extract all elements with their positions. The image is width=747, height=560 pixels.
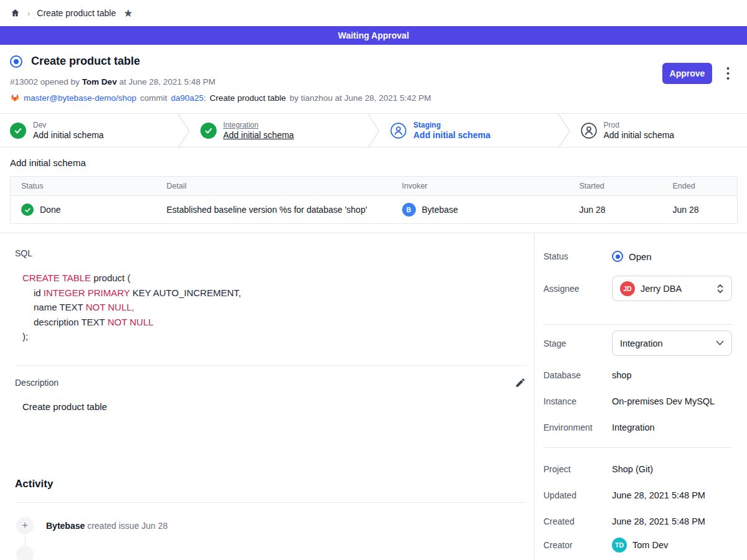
description-text: Create product table <box>22 401 534 412</box>
branch-link[interactable]: master@bytebase-demo/shop <box>24 93 136 103</box>
task-section: Add initial schema Status Detail Invoker… <box>0 147 747 224</box>
commit-hash-link[interactable]: da90a25: <box>171 93 206 103</box>
activity-actor: Bytebase <box>46 521 85 531</box>
task-detail: Established baseline version %s for data… <box>156 196 392 224</box>
activity-timeline-line <box>25 536 26 546</box>
instance-value[interactable]: On-premises Dev MySQL <box>612 396 715 406</box>
open-status-icon <box>612 251 623 262</box>
stage-separator <box>557 114 571 147</box>
issue-opened-at: at June 28, 2021 5:48 PM <box>119 77 215 86</box>
environment-label: Environment <box>543 422 612 432</box>
col-detail: Detail <box>156 177 392 196</box>
assignee-avatar: JD <box>620 281 635 296</box>
environment-value: Integration <box>612 422 655 432</box>
sql-label: SQL <box>15 248 534 258</box>
col-ended: Ended <box>662 177 738 196</box>
creator-avatar: TD <box>612 538 627 553</box>
stage-select[interactable]: Integration <box>612 330 732 356</box>
database-label: Database <box>543 370 612 380</box>
stage-task-label: Add initial schema <box>223 130 294 140</box>
issue-sidebar: Status Open Assignee JD Jerry DBA Stage … <box>534 233 747 560</box>
issue-meta-prefix: #13002 opened by <box>10 77 80 86</box>
issue-author: Tom Dev <box>82 77 117 86</box>
commit-meta: by tianzhou at June 28, 2021 5:42 PM <box>289 93 431 103</box>
stage-env-label: Integration <box>223 121 294 129</box>
stage-label: Stage <box>543 338 612 348</box>
approve-button[interactable]: Approve <box>662 63 712 84</box>
issue-meta: #13002 opened by Tom Dev at June 28, 202… <box>10 77 737 86</box>
breadcrumb-current[interactable]: Create product table <box>37 8 116 18</box>
status-label: Status <box>543 251 612 261</box>
stage-separator <box>177 114 190 147</box>
database-value[interactable]: shop <box>612 370 631 380</box>
activity-action: created issue Jun 28 <box>87 521 167 531</box>
updated-label: Updated <box>543 490 612 500</box>
pipeline-stages: Dev Add initial schema Integration Add i… <box>0 113 747 147</box>
col-started: Started <box>569 177 662 196</box>
stage-separator <box>367 114 380 147</box>
task-ended: Jun 28 <box>662 196 738 224</box>
stage-task-label: Add initial schema <box>604 130 675 140</box>
assignee-label: Assignee <box>543 284 612 294</box>
stage-staging[interactable]: Staging Add initial schema <box>380 114 557 147</box>
description-label: Description <box>15 378 59 388</box>
stage-env-label: Staging <box>413 121 491 129</box>
breadcrumb: › Create product table ★ <box>0 0 747 26</box>
col-invoker: Invoker <box>392 177 569 196</box>
project-label: Project <box>543 464 612 474</box>
person-icon <box>581 123 597 139</box>
sql-line: id INTEGER PRIMARY KEY AUTO_INCREMENT, <box>22 286 534 301</box>
issue-detail-column: SQL CREATE TABLE product ( id INTEGER PR… <box>0 233 534 560</box>
sql-line: ); <box>22 329 534 344</box>
page-title: Create product table <box>31 55 140 68</box>
task-status: Done <box>40 205 60 215</box>
created-value: June 28, 2021 5:48 PM <box>612 516 705 526</box>
stage-prod[interactable]: Prod Add initial schema <box>571 114 747 147</box>
main-content: SQL CREATE TABLE product ( id INTEGER PR… <box>0 233 747 560</box>
gitlab-icon <box>10 93 20 103</box>
activity-heading: Activity <box>15 478 534 490</box>
commit-line: master@bytebase-demo/shop commit da90a25… <box>10 93 737 103</box>
table-row[interactable]: Done Established baseline version %s for… <box>11 196 738 224</box>
creator-value: Tom Dev <box>632 540 668 550</box>
stage-env-label: Prod <box>604 121 675 129</box>
divider <box>15 502 526 503</box>
stage-dev[interactable]: Dev Add initial schema <box>0 114 177 147</box>
invoker-avatar: B <box>402 203 416 217</box>
more-options-icon[interactable] <box>722 65 733 82</box>
commit-title: Create product table <box>210 93 286 103</box>
commit-label: commit <box>140 93 167 103</box>
stage-integration[interactable]: Integration Add initial schema <box>190 114 367 147</box>
check-icon <box>200 123 217 139</box>
creator-label: Creator <box>543 540 612 550</box>
stage-task-label: Add initial schema <box>33 130 104 140</box>
divider <box>543 324 732 325</box>
check-icon <box>10 123 26 139</box>
star-icon[interactable]: ★ <box>123 8 133 19</box>
chevron-down-icon <box>716 340 724 346</box>
activity-item: ＋ Bytebase created issue Jun 28 <box>15 517 534 534</box>
stage-value: Integration <box>620 338 710 348</box>
home-icon[interactable] <box>10 8 21 18</box>
edit-pencil-icon[interactable] <box>515 377 526 388</box>
status-value: Open <box>629 251 652 262</box>
issue-open-icon <box>10 55 22 68</box>
stage-env-label: Dev <box>33 121 104 129</box>
issue-header: Create product table #13002 opened by To… <box>0 45 747 113</box>
chevron-right-icon: › <box>27 9 30 18</box>
task-invoker: Bytebase <box>422 205 458 215</box>
stage-task-label: Add initial schema <box>413 130 491 140</box>
divider <box>15 365 526 366</box>
updated-value: June 28, 2021 5:48 PM <box>612 490 705 500</box>
sql-line: CREATE TABLE product ( <box>22 271 534 286</box>
assignee-select[interactable]: JD Jerry DBA <box>612 276 732 301</box>
col-status: Status <box>11 177 156 196</box>
activity-next-badge <box>16 546 34 560</box>
instance-label: Instance <box>543 396 612 406</box>
plus-icon: ＋ <box>16 517 34 534</box>
status-banner-text: Waiting Approval <box>338 30 409 40</box>
task-started: Jun 28 <box>569 196 662 224</box>
sql-line: name TEXT NOT NULL, <box>22 300 534 315</box>
task-heading: Add initial schema <box>10 157 737 168</box>
project-value[interactable]: Shop (Git) <box>612 464 653 474</box>
